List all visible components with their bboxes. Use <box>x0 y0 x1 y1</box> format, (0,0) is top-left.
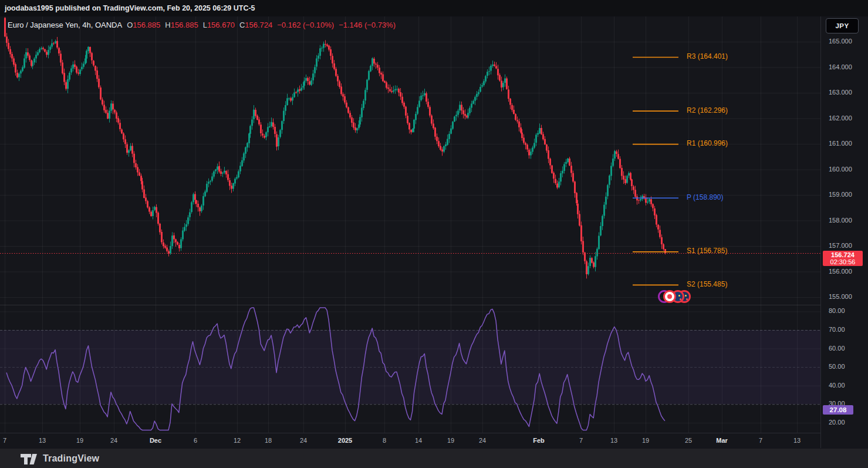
price-tick: 163.000 <box>829 89 852 96</box>
price-tick: 161.000 <box>829 140 852 147</box>
currency-badge[interactable]: JPY <box>826 18 859 33</box>
target-emoji <box>663 290 676 303</box>
time-tick-7: 7 <box>3 437 6 444</box>
price-tick: 155.000 <box>829 293 852 300</box>
pivot-label-s1: S1 (156.785) <box>687 247 727 255</box>
rsi-tick: 60.00 <box>829 345 845 352</box>
chart-canvas[interactable] <box>0 16 820 433</box>
time-tick-18: 18 <box>265 437 272 444</box>
time-tick-13: 13 <box>610 437 617 444</box>
price-tick: 165.000 <box>829 38 852 45</box>
tradingview-logo-text[interactable]: TradingView <box>43 453 99 464</box>
ohlc-values: O156.885H156.885L156.670C156.724 <box>122 21 272 29</box>
time-tick-13: 13 <box>793 437 801 444</box>
time-axis[interactable]: 7131924Dec612182420258141924Feb7131925Ma… <box>0 433 868 449</box>
time-tick-14: 14 <box>415 437 422 444</box>
rsi-value-badge: 27.08 <box>823 405 853 415</box>
rsi-tick: 50.00 <box>829 363 845 370</box>
time-tick-19: 19 <box>76 437 83 444</box>
pivot-label-r2: R2 (162.296) <box>687 106 728 115</box>
price-tick: 156.000 <box>829 268 852 275</box>
publish-header: joodabas1995 published on TradingView.co… <box>0 0 868 16</box>
ohlc-o: O156.885 <box>127 21 160 29</box>
time-tick-7: 7 <box>759 437 762 444</box>
publish-text: joodabas1995 published on TradingView.co… <box>5 4 255 12</box>
time-tick-dec: Dec <box>150 437 161 444</box>
price-tick: 158.000 <box>829 217 852 224</box>
ohlc-l: L156.670 <box>203 21 235 29</box>
change-value: −0.162 (−0.10%) <box>277 21 334 29</box>
price-tick: 157.000 <box>829 242 852 249</box>
last-price-badge: 156.724 02:30:56 <box>823 251 863 266</box>
time-tick-24: 24 <box>110 437 117 444</box>
price-tick: 164.000 <box>829 63 852 70</box>
pivot-label-p: P (158.890) <box>687 193 724 201</box>
rsi-tick: 70.00 <box>829 326 845 333</box>
rsi-tick: 80.00 <box>829 307 845 314</box>
pivot-label-s2: S2 (155.485) <box>687 280 727 288</box>
time-tick-24: 24 <box>479 437 486 444</box>
price-tick: 159.000 <box>829 191 852 198</box>
tradingview-snapshot: joodabas1995 published on TradingView.co… <box>0 0 868 468</box>
change-from-open-value: −1.146 (−0.73%) <box>339 21 396 29</box>
chart-area[interactable]: Euro / Japanese Yen, 4h, OANDAO156.885H1… <box>0 16 868 448</box>
time-tick-13: 13 <box>39 437 46 444</box>
symbol-title: Euro / Japanese Yen, 4h, OANDA <box>8 21 122 29</box>
bar-countdown: 02:30:56 <box>823 258 863 265</box>
time-tick-19: 19 <box>642 437 649 444</box>
time-tick-6: 6 <box>194 437 197 444</box>
time-tick-24: 24 <box>300 437 307 444</box>
time-tick-12: 12 <box>234 437 241 444</box>
footer-bar: TradingView <box>0 448 868 468</box>
ohlc-c: C156.724 <box>239 21 272 29</box>
last-price-value: 156.724 <box>823 251 863 258</box>
price-tick: 162.000 <box>829 115 852 122</box>
price-tick: 160.000 <box>829 166 852 173</box>
time-tick-25: 25 <box>685 437 692 444</box>
ohlc-h: H156.885 <box>165 21 198 29</box>
time-tick-8: 8 <box>383 437 386 444</box>
time-tick-mar: Mar <box>716 437 728 444</box>
rsi-tick: 40.00 <box>829 382 845 389</box>
pivot-label-r3: R3 (164.401) <box>687 52 728 60</box>
reaction-emoji-cluster[interactable] <box>655 289 697 305</box>
pivot-label-r1: R1 (160.996) <box>687 139 728 147</box>
price-axis-panel[interactable]: JPY 165.000164.000163.000162.000161.0001… <box>820 16 868 448</box>
tradingview-logo-icon[interactable] <box>20 452 38 465</box>
symbol-info-line: Euro / Japanese Yen, 4h, OANDAO156.885H1… <box>8 21 396 29</box>
rsi-tick: 20.00 <box>829 419 845 426</box>
time-tick-7: 7 <box>579 437 583 444</box>
time-tick-2025: 2025 <box>338 437 352 444</box>
time-tick-feb: Feb <box>533 437 545 444</box>
time-tick-19: 19 <box>447 437 454 444</box>
